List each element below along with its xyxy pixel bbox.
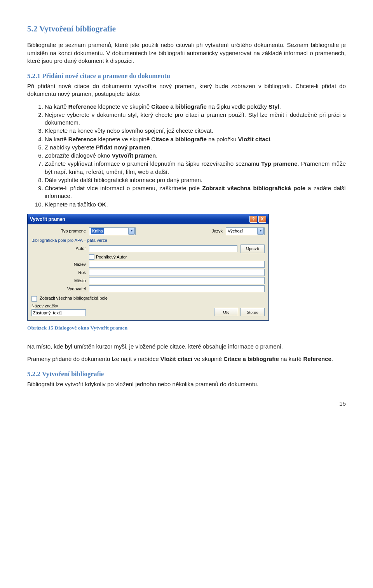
dialog-title-text: Vytvořit pramen	[30, 216, 65, 222]
close-icon[interactable]: X	[258, 216, 266, 223]
ok-button[interactable]: OK	[214, 308, 238, 316]
label-autor: Autor	[31, 246, 89, 252]
label-zobrazit-vse: Zobrazit všechna bibliografická pole	[40, 296, 108, 300]
label-rok: Rok	[31, 270, 89, 276]
page-number: 15	[27, 400, 346, 408]
input-rok[interactable]	[89, 269, 265, 276]
paragraph-5-2-2: Bibliografii lze vytvořit kdykoliv po vl…	[27, 380, 346, 388]
paragraph-prameny: Prameny přidané do dokumentu lze najít v…	[27, 355, 346, 363]
label-podnikovy-autor: Podnikový Autor	[96, 254, 127, 260]
dialog-titlebar[interactable]: Vytvořit pramen ? X	[28, 214, 268, 224]
checkbox-zobrazit-vse[interactable]	[31, 296, 37, 302]
list-item: Dále vyplníte další bibliografické infor…	[45, 176, 346, 184]
list-item: Z nabídky vyberete Přidat nový pramen.	[45, 144, 346, 151]
list-item: Na kartě Reference klepnete ve skupině C…	[45, 103, 346, 111]
list-item: Chcete-li přidat více informací o pramen…	[45, 184, 346, 200]
heading-section-5-2-1: 5.2.1 Přidání nové citace a pramene do d…	[27, 72, 346, 81]
label-nazev-znacky: NNázev značkyázev značky	[31, 304, 58, 308]
label-jazyk: Jazyk	[212, 228, 226, 234]
paragraph-5-2-1-intro: Při přidání nové citace do dokumentu vyt…	[27, 82, 346, 98]
paragraph-intro: Bibliografie je seznam pramenů, které js…	[27, 41, 346, 65]
button-upravit[interactable]: Upravit	[241, 245, 265, 253]
dialog-vytvorit-pramen: Vytvořit pramen ? X Typ pramene Kniha ▾ …	[27, 214, 269, 321]
label-nazev: Název	[31, 262, 89, 267]
list-item: Klepnete na konec věty nebo slovního spo…	[45, 127, 346, 135]
list-item: Začnete vyplňovat informace o prameni kl…	[45, 160, 346, 176]
steps-list: Na kartě Reference klepnete ve skupině C…	[27, 103, 346, 208]
select-value: Výchozí	[228, 228, 243, 234]
list-item: Zobrazíte dialogové okno Vytvořit pramen…	[45, 152, 346, 160]
list-item: Nejprve vyberete v dokumentu styl, který…	[45, 111, 346, 127]
input-nazev-znacky[interactable]: Zástupný_text1	[31, 309, 86, 316]
input-nazev[interactable]	[89, 261, 265, 268]
select-jazyk[interactable]: Výchozí ▾	[226, 227, 265, 235]
checkbox-podnikovy-autor[interactable]	[89, 254, 94, 260]
label-typ-pramene: Typ pramene	[31, 228, 89, 234]
cancel-button[interactable]: Storno	[241, 308, 265, 316]
heading-section-5-2: 5.2 Vytvoření bibliografie	[27, 23, 346, 34]
chevron-down-icon[interactable]: ▾	[128, 228, 135, 235]
heading-section-5-2-2: 5.2.2 Vytvoření bibliografie	[27, 370, 346, 379]
list-item: Na kartě Reference klepnete ve skupině C…	[45, 135, 346, 143]
help-icon[interactable]: ?	[249, 216, 257, 223]
input-mesto[interactable]	[89, 277, 265, 284]
list-item: Klepnete na tlačítko OK.	[45, 201, 346, 208]
select-typ-pramene[interactable]: Kniha ▾	[89, 227, 136, 235]
input-vydavatel[interactable]	[89, 285, 265, 292]
chevron-down-icon[interactable]: ▾	[257, 228, 264, 235]
input-autor[interactable]	[89, 245, 237, 252]
figure-caption: Obrázek 15 Dialogové okno Vytvořit prame…	[27, 324, 346, 331]
dialog-subheading: Bibliografická pole pro APA – pátá verze	[31, 238, 265, 243]
label-mesto: Město	[31, 278, 89, 284]
label-vydavatel: Vydavatel	[31, 286, 89, 292]
select-value: Kniha	[91, 228, 104, 234]
paragraph-after-figure: Na místo, kde byl umístěn kurzor myši, j…	[27, 343, 346, 350]
